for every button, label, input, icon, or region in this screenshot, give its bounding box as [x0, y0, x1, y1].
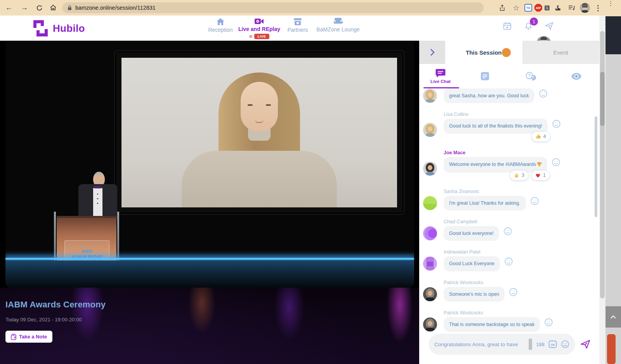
extensions-puzzle-icon[interactable] [552, 2, 564, 14]
take-a-note-button[interactable]: Take a Note [5, 331, 52, 343]
chat-message: great Sasha, how are you. Good luck [423, 88, 596, 103]
text-cursor [529, 338, 532, 350]
chat-bubble-icon [435, 69, 446, 78]
session-schedule: Today 09 Dec, 2021 - 19:00-20:00 [5, 317, 82, 323]
add-reaction-button[interactable] [539, 89, 548, 99]
sender-avatar[interactable] [423, 89, 437, 103]
reload-icon[interactable] [33, 2, 45, 14]
reaction-chip-thumbs-up[interactable]: 4 [532, 132, 550, 141]
forward-icon[interactable]: → [19, 2, 30, 14]
message-bubble: great Sasha, how are you. Good luck [444, 88, 534, 103]
collapse-panel-button[interactable] [419, 41, 445, 64]
sender-avatar[interactable] [423, 196, 437, 210]
scroll-up-button[interactable] [605, 306, 621, 328]
speaker-video [121, 58, 397, 207]
tab-qa[interactable] [508, 64, 553, 88]
reactions: 31 [510, 171, 550, 180]
sender-avatar[interactable] [423, 287, 437, 301]
screen: ← → bamzone.online/session/112831 ☆ TG A… [0, 0, 621, 364]
scrollbar-thumb[interactable] [600, 31, 605, 298]
hubilo-logo[interactable]: Hubilo [33, 20, 85, 37]
app-header: Hubilo Reception Live and REplay LIVE Pa… [0, 16, 609, 41]
chat-input[interactable]: Congratulations Anna, great to have [434, 342, 525, 347]
message-bubble: Welcome everyone to the #IABMAwards [444, 157, 547, 173]
page-scrollbar[interactable] [599, 16, 605, 364]
notifications-bell-icon[interactable]: 1 [523, 21, 533, 31]
messages-send-icon[interactable] [544, 21, 554, 31]
sender-avatar[interactable] [423, 226, 437, 240]
reading-list-icon[interactable] [566, 2, 578, 14]
sender-name: Chad Campbell [444, 219, 596, 224]
add-reaction-button[interactable] [552, 158, 560, 168]
chat-composer[interactable]: Congratulations Anna, great to have 188 … [428, 334, 575, 355]
session-title: IABM Awards Ceremony [5, 300, 106, 310]
back-icon[interactable]: ← [3, 2, 15, 14]
chat-message: Joe MaceWelcome everyone to the #IABMAwa… [423, 150, 596, 180]
chevron-up-icon [610, 315, 616, 319]
qa-icon [526, 72, 536, 81]
sender-avatar[interactable] [423, 162, 437, 176]
reaction-chip-heart[interactable]: 1 [531, 171, 550, 180]
notes-icon [480, 71, 490, 81]
extension-tg-icon[interactable]: TG [524, 4, 532, 12]
background-window-edge: ⋮ [605, 0, 621, 364]
nav-partners[interactable]: Partners [274, 18, 321, 33]
lock-icon [68, 5, 72, 10]
cursor-highlight-dot [502, 48, 511, 57]
chat-message-list: great Sasha, how are you. Good luckLisa … [423, 88, 596, 333]
chat-message: Patrick WoolcocksSomeone's mic is open [423, 280, 596, 302]
url-text: bamzone.online/session/112831 [75, 5, 156, 11]
add-reaction-button[interactable] [530, 197, 539, 207]
sender-avatar[interactable] [423, 123, 437, 137]
add-reaction-button[interactable] [503, 227, 512, 237]
scroll-marker [607, 334, 616, 364]
chat-scrollbar-thumb[interactable] [595, 116, 597, 217]
bookmark-star-icon[interactable]: ☆ [510, 2, 522, 14]
sender-name: Joe Mace [444, 150, 596, 155]
add-reaction-button[interactable] [552, 119, 561, 129]
sender-name: Patrick Woolcocks [444, 310, 596, 316]
sender-avatar[interactable] [423, 257, 437, 271]
tab-watching[interactable] [553, 64, 599, 88]
chat-message: Sasha ZivanovicI'm great Lisa! Thanks fo… [423, 189, 596, 210]
emoji-picker-icon[interactable] [561, 340, 569, 348]
live-badge: LIVE [254, 34, 269, 39]
sender-name: Indravadan Patel [444, 249, 596, 255]
browser-profile-avatar[interactable] [580, 3, 590, 13]
schedule-calendar-icon[interactable] [502, 21, 512, 31]
lounge-sofa-icon [333, 18, 343, 25]
message-bubble: I'm great Lisa! Thanks for asking. [444, 196, 526, 210]
reaction-chip-clap[interactable]: 3 [510, 171, 528, 180]
add-reaction-button[interactable] [509, 288, 518, 298]
send-message-button[interactable] [580, 339, 591, 350]
tab-live-chat[interactable]: Live Chat [419, 64, 462, 88]
chevron-right-icon [430, 48, 435, 56]
stage-background: iabm AWARDS IABM Awards Ceremony Today 0… [0, 41, 419, 364]
tab-this-session[interactable]: This Session [445, 41, 522, 64]
gif-picker-icon[interactable]: GIF [548, 340, 557, 348]
tab-session-feed[interactable] [462, 64, 508, 88]
message-bubble: Good Luck Everyone [444, 256, 500, 271]
hubilo-logo-icon [33, 20, 49, 37]
nav-bamzone-lounge[interactable]: BaMZone Lounge [315, 18, 361, 33]
chat-message: Patrick WoolcocksThat is someone backsta… [423, 310, 596, 332]
message-bubble: Someone's mic is open [444, 287, 505, 302]
stage-floor-lights [0, 288, 419, 364]
home-icon[interactable] [47, 2, 59, 14]
share-icon[interactable] [496, 2, 508, 14]
add-reaction-button[interactable] [544, 318, 553, 328]
browser-menu-icon[interactable]: ⋮ [592, 2, 604, 14]
add-reaction-button[interactable] [504, 257, 513, 267]
sender-name: Patrick Woolcocks [444, 280, 596, 285]
live-dot-icon [249, 35, 252, 38]
send-plane-icon [580, 339, 591, 349]
eye-icon [571, 72, 582, 80]
tab-event[interactable]: Event [522, 41, 600, 64]
browser-toolbar: ← → bamzone.online/session/112831 ☆ TG A… [0, 0, 621, 16]
sender-avatar[interactable] [423, 317, 437, 331]
notification-count-badge: 1 [530, 17, 538, 26]
extension-adblock-icon[interactable]: ABP [534, 4, 542, 12]
live-indicator: LIVE [249, 34, 269, 39]
hubilo-logo-text: Hubilo [53, 22, 85, 35]
address-bar[interactable]: bamzone.online/session/112831 [62, 2, 484, 13]
